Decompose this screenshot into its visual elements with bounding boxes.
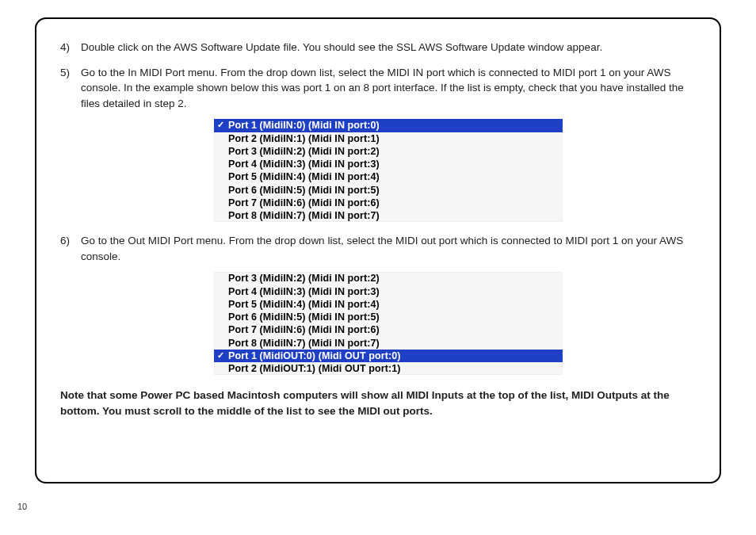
dropdown-option[interactable]: Port 4 (MidiIN:3) (Midi IN port:3) (214, 285, 563, 298)
dropdown-option[interactable]: Port 4 (MidiIN:3) (Midi IN port:3) (214, 158, 563, 170)
dropdown-option[interactable]: Port 3 (MidiIN:2) (Midi IN port:2) (214, 272, 563, 285)
document-page: Double click on the AWS Software Update … (0, 0, 756, 535)
dropdown-option[interactable]: Port 2 (MidiOUT:1) (Midi OUT port:1) (214, 362, 563, 375)
page-number: 10 (17, 502, 27, 511)
midi-in-dropdown[interactable]: Port 1 (MidiIN:0) (Midi IN port:0) Port … (214, 119, 563, 222)
midi-out-dropdown[interactable]: Port 3 (MidiIN:2) (Midi IN port:2) Port … (214, 272, 563, 375)
dropdown-option[interactable]: Port 3 (MidiIN:2) (Midi IN port:2) (214, 145, 563, 158)
step-list: Double click on the AWS Software Update … (60, 40, 696, 375)
dropdown-option[interactable]: Port 6 (MidiIN:5) (Midi IN port:5) (214, 311, 563, 323)
step-text: Go to the Out MIDI Port menu. From the d… (81, 235, 683, 262)
step-5: Go to the In MIDI Port menu. From the dr… (78, 65, 696, 223)
dropdown-option[interactable]: Port 7 (MidiIN:6) (Midi IN port:6) (214, 197, 563, 209)
content-frame: Double click on the AWS Software Update … (35, 17, 721, 483)
dropdown-option[interactable]: Port 2 (MidiIN:1) (Midi IN port:1) (214, 132, 563, 145)
step-6: Go to the Out MIDI Port menu. From the d… (78, 233, 696, 375)
dropdown-option[interactable]: Port 7 (MidiIN:6) (Midi IN port:6) (214, 323, 563, 336)
step-4: Double click on the AWS Software Update … (78, 40, 696, 55)
dropdown-option[interactable]: Port 8 (MidiIN:7) (Midi IN port:7) (214, 209, 563, 222)
dropdown-option[interactable]: Port 5 (MidiIN:4) (Midi IN port:4) (214, 298, 563, 311)
dropdown-option[interactable]: Port 1 (MidiIN:0) (Midi IN port:0) (214, 119, 563, 132)
dropdown-option[interactable]: Port 8 (MidiIN:7) (Midi IN port:7) (214, 337, 563, 350)
dropdown-option[interactable]: Port 6 (MidiIN:5) (Midi IN port:5) (214, 184, 563, 197)
step-text: Double click on the AWS Software Update … (81, 41, 602, 53)
dropdown-option[interactable]: Port 5 (MidiIN:4) (Midi IN port:4) (214, 170, 563, 183)
dropdown-option[interactable]: Port 1 (MidiOUT:0) (Midi OUT port:0) (214, 350, 563, 362)
note-text: Note that some Power PC based Macintosh … (60, 388, 696, 418)
step-text: Go to the In MIDI Port menu. From the dr… (81, 67, 684, 109)
